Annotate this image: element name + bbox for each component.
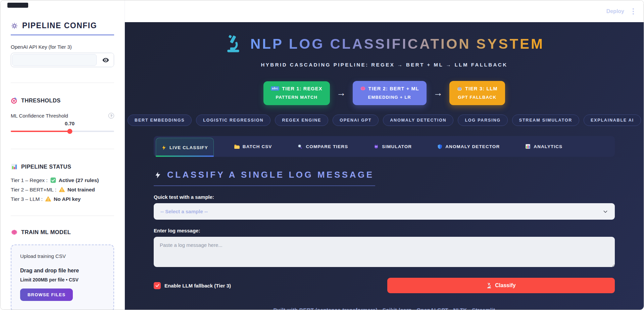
app-canvas: NLP LOG CLASSIFICATION SYSTEM HYBRID CAS… [125, 22, 644, 310]
kebab-menu-icon[interactable] [632, 8, 634, 15]
main-area: Deploy [125, 0, 644, 310]
slider-thumb[interactable] [67, 129, 72, 134]
tab-label: ANALYTICS [534, 144, 562, 149]
eye-icon [102, 56, 109, 64]
slider-track[interactable] [11, 131, 114, 132]
api-key-input[interactable] [12, 54, 97, 66]
classify-section-header: CLASSIFY A SINGLE LOG MESSAGE [154, 170, 375, 186]
tier2-card: TIER 2: BERT + ML EMBEDDING + LR [353, 81, 427, 105]
lightning-icon [161, 145, 166, 150]
arrow-icon: → [433, 88, 443, 98]
pipeline-config-header: PIPELINE CONFIG [11, 21, 114, 30]
check-icon [50, 177, 56, 183]
tab-bar: LIVE CLASSIFY BATCH CSV [154, 136, 615, 157]
tier3-name: TIER 3: LLM [465, 86, 498, 91]
badge: OPENAI GPT [333, 115, 379, 126]
magnifier-icon [297, 144, 303, 149]
show-password-button[interactable] [98, 53, 114, 67]
tab-analytics[interactable]: ANALYTICS [520, 136, 568, 157]
app-window: PIPELINE CONFIG OpenAI API Key (for Tier… [0, 0, 644, 310]
divider [11, 149, 114, 149]
arrow-icon: → [337, 88, 346, 98]
dropzone-limit: Limit 200MB per file • CSV [20, 277, 105, 282]
dropzone-title: Drag and drop file here [20, 268, 105, 274]
train-model-title: TRAIN ML MODEL [21, 229, 71, 235]
status-label: Tier 2 – BERT+ML : [11, 187, 56, 193]
tab-label: SIMULATOR [382, 144, 412, 149]
sidebar: PIPELINE CONFIG OpenAI API Key (for Tier… [0, 0, 125, 310]
tab-simulator[interactable]: SIMULATOR [368, 136, 417, 157]
tab-label: BATCH CSV [243, 144, 272, 149]
tier3-card: TIER 3: LLM GPT FALLBACK [449, 81, 505, 105]
abc-icon: abc [271, 86, 279, 91]
tab-label: LIVE CLASSIFY [169, 145, 208, 150]
sample-select[interactable]: -- Select a sample -- [154, 203, 615, 220]
gear-icon [11, 22, 18, 30]
browse-files-button[interactable]: BROWSE FILES [20, 289, 73, 301]
llm-fallback-checkbox[interactable] [154, 282, 161, 289]
tier2-name: TIER 2: BERT + ML [368, 86, 419, 91]
warning-icon [45, 196, 51, 202]
classify-button[interactable]: Classify [387, 278, 615, 293]
footer-credits: Built with BERT (sentence-transformers) … [125, 307, 644, 310]
brain-icon [11, 229, 18, 236]
robot-icon [457, 86, 462, 91]
status-value: No API key [54, 196, 81, 202]
tier-pipeline-row: abc TIER 1: REGEX PATTERN MATCH → TIER [154, 81, 615, 105]
tier1-desc: PATTERN MATCH [271, 95, 322, 100]
badge: LOG PARSING [458, 115, 507, 126]
sidebar-collapse-control[interactable] [7, 3, 28, 8]
microscope-icon [224, 35, 242, 53]
tier3-desc: GPT FALLBACK [457, 95, 498, 100]
badge: EXPLAINABLE AI [584, 115, 641, 126]
warning-icon [59, 186, 65, 193]
deploy-button[interactable]: Deploy [606, 8, 624, 14]
log-message-label: Enter log message: [154, 228, 615, 233]
log-message-input[interactable] [154, 237, 615, 267]
pipeline-config-title: PIPELINE CONFIG [22, 21, 97, 30]
target-icon [11, 97, 18, 104]
folder-icon [234, 144, 240, 149]
bolt-icon [154, 170, 161, 180]
tier1-name: TIER 1: REGEX [282, 86, 322, 91]
thresholds-header: THRESHOLDS [11, 97, 114, 104]
pipeline-status-title: PIPELINE STATUS [21, 164, 71, 170]
tab-anomaly-detector[interactable]: ANOMALY DETECTOR [432, 136, 505, 157]
tab-batch-csv[interactable]: BATCH CSV [229, 136, 278, 157]
csv-upload-dropzone[interactable]: Upload training CSV Drag and drop file h… [11, 245, 114, 310]
sample-select-value: -- Select a sample -- [160, 209, 208, 214]
tab-compare-tiers[interactable]: COMPARE TIERS [292, 136, 353, 157]
badge: ANOMALY DETECTION [383, 115, 453, 126]
upload-label: Upload training CSV [20, 253, 105, 259]
classify-button-label: Classify [495, 282, 515, 289]
sample-select-label: Quick test with a sample: [154, 194, 615, 200]
divider [11, 83, 114, 83]
tab-live-classify[interactable]: LIVE CLASSIFY [156, 138, 214, 157]
status-value: Active (27 rules) [59, 177, 99, 183]
slider-label-row: ML Confidence Threshold ? [11, 113, 114, 119]
train-model-header: TRAIN ML MODEL [11, 229, 114, 236]
classify-section-title: CLASSIFY A SINGLE LOG MESSAGE [167, 170, 374, 180]
status-label: Tier 3 – LLM : [11, 196, 43, 202]
badge: LOGISTIC REGRESSION [196, 115, 270, 126]
shield-icon [437, 144, 442, 149]
status-label: Tier 1 – Regex : [11, 177, 48, 183]
ml-threshold-label: ML Confidence Threshold [11, 113, 68, 119]
ml-threshold-slider: 0.70 [11, 121, 114, 136]
llm-fallback-checkbox-row[interactable]: Enable LLM fallback (Tier 3) [154, 282, 231, 289]
slider-value: 0.70 [65, 121, 75, 126]
page-title: NLP LOG CLASSIFICATION SYSTEM [250, 36, 544, 52]
tier1-card: abc TIER 1: REGEX PATTERN MATCH [263, 81, 330, 105]
title-underline [11, 35, 114, 35]
thresholds-title: THRESHOLDS [21, 97, 61, 104]
microscope-icon [486, 283, 492, 289]
help-icon[interactable]: ? [108, 113, 114, 119]
app-chrome-bar: Deploy [125, 0, 644, 22]
analytics-chart-icon [525, 144, 531, 149]
hero-header: NLP LOG CLASSIFICATION SYSTEM [154, 35, 615, 53]
bar-chart-icon [11, 163, 18, 170]
status-value: Not trained [67, 187, 95, 193]
page-subtitle: HYBRID CASCADING PIPELINE: REGEX → BERT … [154, 62, 615, 68]
api-key-field [11, 53, 114, 67]
badge: REGEX ENGINE [275, 115, 328, 126]
